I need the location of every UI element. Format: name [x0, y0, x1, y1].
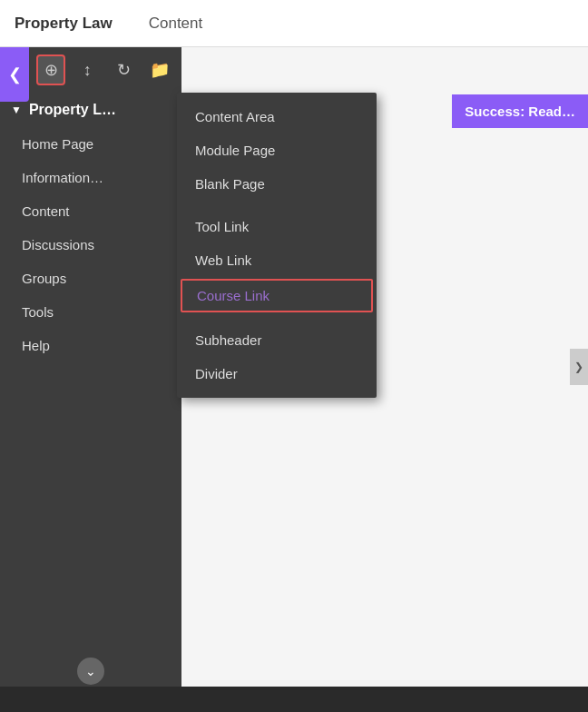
dropdown-item-label: Web Link [195, 252, 251, 268]
sidebar: ⊕ ↕ ↻ 📁 ▼ Property L… Home Page Informat… [0, 47, 181, 712]
sidebar-item-label: Home Page [22, 136, 93, 152]
dropdown-item-blank-page[interactable]: Blank Page [177, 167, 377, 201]
sidebar-item-label: Groups [22, 271, 66, 286]
dropdown-item-module-page[interactable]: Module Page [177, 134, 377, 167]
sidebar-item-discussions[interactable]: Discussions [0, 228, 181, 262]
sort-icon: ↕ [83, 61, 92, 80]
sidebar-item-label: Content [22, 203, 70, 219]
sidebar-item-tools[interactable]: Tools [0, 295, 181, 329]
add-content-button[interactable]: ⊕ [36, 54, 65, 85]
refresh-button[interactable]: ↻ [109, 54, 138, 85]
chevron-down-icon: ⌄ [85, 664, 96, 678]
sidebar-item-label: Help [22, 338, 50, 353]
dropdown-item-divider[interactable]: Divider [177, 357, 377, 391]
dropdown-item-label: Divider [195, 366, 238, 381]
chevron-down-button[interactable]: ⌄ [77, 658, 104, 685]
sidebar-item-home-page[interactable]: Home Page [0, 127, 181, 161]
sidebar-item-content[interactable]: Content [0, 194, 181, 228]
dropdown-item-label: Blank Page [195, 176, 265, 192]
sidebar-item-help[interactable]: Help [0, 329, 181, 362]
dropdown-divider-2 [177, 314, 377, 323]
success-text: Success: Read… [465, 104, 575, 119]
right-scroll-arrow[interactable]: ❯ [570, 349, 588, 385]
top-nav: Property Law Content [0, 0, 588, 47]
sidebar-scroll-down[interactable]: ⌄ [77, 658, 104, 685]
dropdown-item-content-area[interactable]: Content Area [177, 100, 377, 134]
sort-button[interactable]: ↕ [73, 54, 102, 85]
folder-button[interactable]: 📁 [145, 54, 174, 85]
dropdown-item-subheader[interactable]: Subheader [177, 323, 377, 357]
section-title-label: Property L… [29, 102, 116, 118]
dropdown-item-label: Module Page [195, 143, 275, 158]
dropdown-item-course-link[interactable]: Course Link [181, 279, 373, 312]
folder-icon: 📁 [150, 60, 170, 80]
dropdown-item-label: Tool Link [195, 219, 249, 234]
dropdown-item-label: Content Area [195, 109, 275, 124]
dropdown-item-web-link[interactable]: Web Link [177, 243, 377, 277]
sidebar-collapse-strip[interactable]: ❮ [0, 47, 29, 102]
sidebar-item-label: Tools [22, 304, 54, 320]
section-arrow-icon: ▼ [11, 104, 22, 116]
add-content-dropdown: Content Area Module Page Blank Page Tool… [177, 93, 377, 398]
nav-property-law[interactable]: Property Law [15, 15, 113, 33]
success-banner: Success: Read… [452, 94, 588, 128]
scroll-right-icon: ❯ [574, 361, 583, 373]
add-icon: ⊕ [44, 60, 58, 80]
sidebar-item-label: Information… [22, 170, 103, 185]
nav-content[interactable]: Content [149, 15, 203, 33]
dropdown-item-label: Course Link [197, 288, 270, 303]
dropdown-divider-1 [177, 201, 377, 210]
refresh-icon: ↻ [117, 60, 131, 80]
dropdown-item-tool-link[interactable]: Tool Link [177, 210, 377, 243]
dropdown-item-label: Subheader [195, 332, 261, 348]
bottom-bar [0, 687, 588, 712]
sidebar-item-label: Discussions [22, 237, 94, 252]
sidebar-item-groups[interactable]: Groups [0, 262, 181, 295]
sidebar-item-information[interactable]: Information… [0, 161, 181, 194]
collapse-arrow-icon: ❮ [8, 66, 22, 83]
